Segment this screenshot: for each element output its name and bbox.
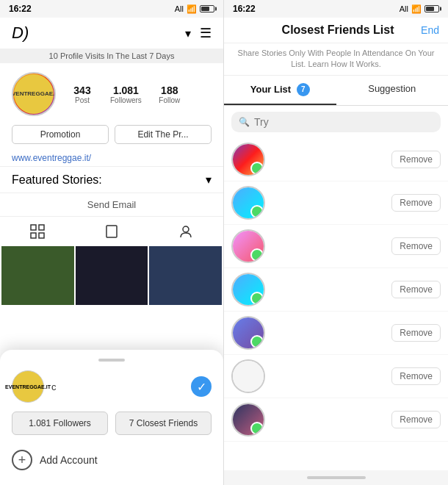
right-panel: 16:22 All 📶 Closest Friends List End Sha… xyxy=(224,0,448,485)
sheet-account-info: EVENTREGGAE.IT c xyxy=(12,370,57,403)
featured-stories-label: Featured Stories: xyxy=(12,173,102,187)
list-item: Remove xyxy=(224,138,448,182)
featured-stories: Featured Stories: ▾ xyxy=(0,166,223,193)
tab-person-icon[interactable] xyxy=(177,223,195,240)
list-item: Remove xyxy=(224,225,448,268)
svg-rect-0 xyxy=(31,225,36,230)
right-signal-text: All xyxy=(400,4,408,13)
friends-list: Remove Remove Remove Remove xyxy=(224,138,448,470)
end-button[interactable]: End xyxy=(421,24,439,36)
posts-stat: 343 Post xyxy=(68,85,97,104)
photo-cell-2[interactable] xyxy=(76,246,148,305)
remove-button-3[interactable]: Remove xyxy=(391,237,441,255)
bottom-indicator xyxy=(307,476,366,479)
battery-icon xyxy=(200,5,214,12)
list-item: Remove xyxy=(224,398,448,442)
remove-button-1[interactable]: Remove xyxy=(391,151,441,168)
following-value: 188 xyxy=(161,85,178,96)
followers-value: 1.081 xyxy=(113,85,139,96)
list-item: Remove xyxy=(224,268,448,312)
info-text: Share Stories Only With People In Attend… xyxy=(224,43,448,76)
search-bar[interactable]: 🔍 xyxy=(231,112,441,132)
friend-avatar-5 xyxy=(231,316,265,350)
remove-button-7[interactable]: Remove xyxy=(391,411,441,428)
sheet-account-row: EVENTREGGAE.IT c ✓ xyxy=(12,370,212,403)
add-account-label: Add Account xyxy=(40,454,98,466)
friend-avatar-2 xyxy=(231,186,265,220)
sheet-avatar: EVENTREGGAE.IT xyxy=(12,370,44,403)
tab-grid-icon[interactable] xyxy=(29,223,46,240)
avatar-inner: EVENTREGGAE.IT xyxy=(14,74,54,114)
left-top-nav: D) ▾ ☰ xyxy=(0,18,223,48)
info-text-content: Share Stories Only With People In Attend… xyxy=(238,48,435,68)
following-stat: 188 Follow xyxy=(155,85,184,104)
remove-button-6[interactable]: Remove xyxy=(391,367,441,385)
right-title: Closest Friends List xyxy=(255,24,421,37)
signal-text: All xyxy=(175,4,184,13)
list-item: Remove xyxy=(224,312,448,355)
search-input[interactable] xyxy=(254,116,433,128)
followers-label: Followers xyxy=(110,96,142,104)
add-account-row[interactable]: + Add Account xyxy=(12,444,212,476)
svg-point-5 xyxy=(183,226,189,232)
bottom-sheet: EVENTREGGAE.IT c ✓ 1.081 Followers 7 Clo… xyxy=(0,350,223,485)
plus-icon[interactable]: + xyxy=(12,450,32,470)
svg-rect-4 xyxy=(106,226,117,237)
profile-section: EVENTREGGAE.IT 343 Post 1.081 Followers … xyxy=(0,63,223,125)
left-status-bar: 16:22 All 📶 xyxy=(0,0,223,18)
photo-grid xyxy=(0,246,223,305)
sheet-handle xyxy=(98,359,125,362)
tab-bookmark-icon[interactable] xyxy=(103,223,120,240)
profile-visits-text: 10 Profile Visits In The Last 7 Days xyxy=(49,51,175,60)
send-email[interactable]: Send Email xyxy=(0,193,223,216)
right-time: 16:22 xyxy=(233,4,256,14)
tab-suggestion[interactable]: Suggestion xyxy=(336,76,449,105)
nav-icons: ▾ ☰ xyxy=(185,25,212,41)
check-circle-icon: ✓ xyxy=(191,376,212,397)
posts-value: 343 xyxy=(73,85,90,96)
followers-stat: 1.081 Followers xyxy=(110,85,142,104)
tab-bar xyxy=(0,216,223,246)
right-top-nav: Closest Friends List End xyxy=(224,18,448,43)
menu-icon[interactable]: ☰ xyxy=(200,25,212,41)
right-bottom-bar xyxy=(224,470,448,485)
edit-profile-button[interactable]: Edit The Pr... xyxy=(115,125,212,144)
posts-label: Post xyxy=(75,96,90,104)
svg-rect-3 xyxy=(39,233,44,238)
profile-url[interactable]: www.eventreggae.it/ xyxy=(0,150,223,166)
right-tabs: Your List 7 Suggestion xyxy=(224,76,448,106)
friend-avatar-1 xyxy=(231,143,265,176)
left-panel: 16:22 All 📶 D) ▾ ☰ 10 Profile Visits In … xyxy=(0,0,224,485)
profile-visits-bar: 10 Profile Visits In The Last 7 Days xyxy=(0,48,223,63)
left-time: 16:22 xyxy=(9,4,32,14)
friend-avatar-7 xyxy=(231,403,265,436)
sheet-followers-button[interactable]: 1.081 Followers xyxy=(12,412,108,435)
remove-button-2[interactable]: Remove xyxy=(391,194,441,212)
remove-button-4[interactable]: Remove xyxy=(391,281,441,298)
photo-cell-1[interactable] xyxy=(1,246,74,305)
remove-button-5[interactable]: Remove xyxy=(391,324,441,342)
list-item: Remove xyxy=(224,182,448,225)
wifi-icon: 📶 xyxy=(187,4,197,14)
svg-rect-1 xyxy=(39,225,44,230)
sheet-username: c xyxy=(51,381,57,392)
photo-cell-3[interactable] xyxy=(149,246,222,305)
right-status-icons: All 📶 xyxy=(400,4,439,14)
right-status-bar: 16:22 All 📶 xyxy=(224,0,448,18)
chevron-down-icon[interactable]: ▾ xyxy=(185,26,191,40)
app-logo: D) xyxy=(12,24,29,43)
left-status-icons: All 📶 xyxy=(175,4,214,14)
sheet-friends-button[interactable]: 7 Closest Friends xyxy=(115,412,212,435)
chevron-down-icon-stories[interactable]: ▾ xyxy=(206,173,212,187)
tab-your-list[interactable]: Your List 7 xyxy=(224,76,336,105)
sheet-stats-row: 1.081 Followers 7 Closest Friends xyxy=(12,412,212,435)
right-battery-icon xyxy=(424,5,439,12)
list-item: Remove xyxy=(224,355,448,398)
action-buttons: Promotion Edit The Pr... xyxy=(0,125,223,150)
right-wifi-icon: 📶 xyxy=(411,4,422,14)
promotion-button[interactable]: Promotion xyxy=(12,125,109,144)
search-icon: 🔍 xyxy=(239,117,250,127)
friend-avatar-6 xyxy=(231,359,265,393)
following-label: Follow xyxy=(159,96,180,104)
friend-avatar-3 xyxy=(231,229,265,263)
